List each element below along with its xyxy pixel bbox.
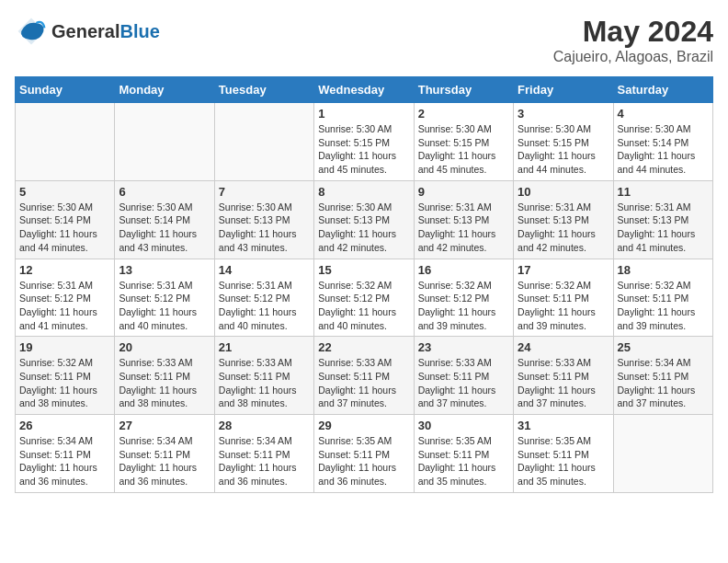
day-number: 30 bbox=[418, 419, 509, 432]
day-info: Sunrise: 5:30 AMSunset: 5:14 PMDaylight:… bbox=[19, 201, 110, 255]
day-number: 29 bbox=[318, 419, 409, 432]
day-info: Sunrise: 5:31 AMSunset: 5:13 PMDaylight:… bbox=[418, 201, 509, 255]
calendar-cell: 26Sunrise: 5:34 AMSunset: 5:11 PMDayligh… bbox=[16, 415, 115, 493]
calendar-cell bbox=[16, 103, 115, 181]
day-info: Sunrise: 5:33 AMSunset: 5:11 PMDaylight:… bbox=[418, 356, 509, 410]
day-info: Sunrise: 5:34 AMSunset: 5:11 PMDaylight:… bbox=[19, 434, 110, 488]
calendar-body: 1Sunrise: 5:30 AMSunset: 5:15 PMDaylight… bbox=[16, 103, 713, 493]
day-of-week-header: Saturday bbox=[613, 77, 712, 103]
day-number: 23 bbox=[418, 340, 509, 354]
calendar-cell: 12Sunrise: 5:31 AMSunset: 5:12 PMDayligh… bbox=[16, 259, 115, 337]
logo-icon bbox=[15, 15, 48, 48]
day-info: Sunrise: 5:34 AMSunset: 5:11 PMDaylight:… bbox=[618, 356, 709, 410]
calendar-cell: 22Sunrise: 5:33 AMSunset: 5:11 PMDayligh… bbox=[314, 337, 414, 415]
day-number: 27 bbox=[119, 419, 210, 432]
day-number: 25 bbox=[618, 340, 709, 354]
day-of-week-header: Tuesday bbox=[214, 77, 313, 103]
calendar-cell: 7Sunrise: 5:30 AMSunset: 5:13 PMDaylight… bbox=[214, 180, 313, 259]
day-number: 8 bbox=[318, 185, 409, 199]
calendar-week-row: 26Sunrise: 5:34 AMSunset: 5:11 PMDayligh… bbox=[16, 415, 713, 493]
logo: GeneralBlue bbox=[15, 15, 160, 48]
day-number: 17 bbox=[518, 263, 609, 277]
location: Cajueiro, Alagoas, Brazil bbox=[553, 49, 713, 65]
day-info: Sunrise: 5:31 AMSunset: 5:12 PMDaylight:… bbox=[219, 279, 310, 333]
calendar-cell: 28Sunrise: 5:34 AMSunset: 5:11 PMDayligh… bbox=[214, 415, 313, 493]
day-info: Sunrise: 5:31 AMSunset: 5:13 PMDaylight:… bbox=[518, 201, 609, 255]
calendar-cell: 30Sunrise: 5:35 AMSunset: 5:11 PMDayligh… bbox=[414, 415, 513, 493]
calendar-cell: 1Sunrise: 5:30 AMSunset: 5:15 PMDaylight… bbox=[314, 103, 414, 181]
day-number: 12 bbox=[19, 263, 110, 277]
calendar-cell: 19Sunrise: 5:32 AMSunset: 5:11 PMDayligh… bbox=[16, 337, 115, 415]
logo-general-text: General bbox=[51, 21, 119, 41]
day-number: 3 bbox=[518, 107, 609, 121]
day-info: Sunrise: 5:30 AMSunset: 5:14 PMDaylight:… bbox=[618, 122, 709, 177]
calendar-cell: 24Sunrise: 5:33 AMSunset: 5:11 PMDayligh… bbox=[514, 337, 613, 415]
day-info: Sunrise: 5:35 AMSunset: 5:11 PMDaylight:… bbox=[518, 434, 609, 488]
day-number: 7 bbox=[219, 185, 310, 199]
day-number: 16 bbox=[418, 263, 509, 277]
day-info: Sunrise: 5:32 AMSunset: 5:11 PMDaylight:… bbox=[618, 279, 709, 333]
day-info: Sunrise: 5:32 AMSunset: 5:12 PMDaylight:… bbox=[418, 279, 509, 333]
day-of-week-header: Monday bbox=[115, 77, 214, 103]
calendar-cell: 16Sunrise: 5:32 AMSunset: 5:12 PMDayligh… bbox=[414, 259, 513, 337]
day-number: 2 bbox=[418, 107, 509, 121]
calendar-cell: 13Sunrise: 5:31 AMSunset: 5:12 PMDayligh… bbox=[115, 259, 214, 337]
calendar-cell: 3Sunrise: 5:30 AMSunset: 5:15 PMDaylight… bbox=[514, 103, 613, 181]
day-info: Sunrise: 5:30 AMSunset: 5:14 PMDaylight:… bbox=[119, 201, 210, 255]
day-number: 15 bbox=[318, 263, 409, 277]
day-number: 26 bbox=[19, 419, 110, 432]
calendar-cell: 2Sunrise: 5:30 AMSunset: 5:15 PMDaylight… bbox=[414, 103, 513, 181]
day-info: Sunrise: 5:30 AMSunset: 5:15 PMDaylight:… bbox=[518, 122, 609, 177]
calendar-cell: 21Sunrise: 5:33 AMSunset: 5:11 PMDayligh… bbox=[214, 337, 313, 415]
page-header: GeneralBlue May 2024 Cajueiro, Alagoas, … bbox=[15, 15, 713, 65]
day-info: Sunrise: 5:33 AMSunset: 5:11 PMDaylight:… bbox=[518, 356, 609, 410]
day-info: Sunrise: 5:34 AMSunset: 5:11 PMDaylight:… bbox=[219, 434, 310, 488]
day-info: Sunrise: 5:33 AMSunset: 5:11 PMDaylight:… bbox=[119, 356, 210, 410]
day-number: 5 bbox=[19, 185, 110, 199]
day-number: 22 bbox=[318, 340, 409, 354]
day-number: 9 bbox=[418, 185, 509, 199]
day-info: Sunrise: 5:31 AMSunset: 5:12 PMDaylight:… bbox=[119, 279, 210, 333]
day-info: Sunrise: 5:33 AMSunset: 5:11 PMDaylight:… bbox=[318, 356, 409, 410]
calendar-week-row: 1Sunrise: 5:30 AMSunset: 5:15 PMDaylight… bbox=[16, 103, 713, 181]
logo-text: GeneralBlue bbox=[51, 21, 160, 42]
calendar-cell bbox=[115, 103, 214, 181]
calendar-cell: 20Sunrise: 5:33 AMSunset: 5:11 PMDayligh… bbox=[115, 337, 214, 415]
calendar-cell: 15Sunrise: 5:32 AMSunset: 5:12 PMDayligh… bbox=[314, 259, 414, 337]
day-info: Sunrise: 5:30 AMSunset: 5:13 PMDaylight:… bbox=[219, 201, 310, 255]
day-info: Sunrise: 5:34 AMSunset: 5:11 PMDaylight:… bbox=[119, 434, 210, 488]
day-number: 10 bbox=[518, 185, 609, 199]
calendar-cell: 4Sunrise: 5:30 AMSunset: 5:14 PMDaylight… bbox=[613, 103, 712, 181]
calendar-table: SundayMondayTuesdayWednesdayThursdayFrid… bbox=[15, 76, 713, 493]
calendar-header-row: SundayMondayTuesdayWednesdayThursdayFrid… bbox=[16, 77, 713, 103]
day-info: Sunrise: 5:35 AMSunset: 5:11 PMDaylight:… bbox=[318, 434, 409, 488]
day-number: 24 bbox=[518, 340, 609, 354]
day-info: Sunrise: 5:32 AMSunset: 5:11 PMDaylight:… bbox=[518, 279, 609, 333]
calendar-cell: 14Sunrise: 5:31 AMSunset: 5:12 PMDayligh… bbox=[214, 259, 313, 337]
calendar-cell: 6Sunrise: 5:30 AMSunset: 5:14 PMDaylight… bbox=[115, 180, 214, 259]
calendar-week-row: 12Sunrise: 5:31 AMSunset: 5:12 PMDayligh… bbox=[16, 259, 713, 337]
day-info: Sunrise: 5:33 AMSunset: 5:11 PMDaylight:… bbox=[219, 356, 310, 410]
calendar-cell: 5Sunrise: 5:30 AMSunset: 5:14 PMDaylight… bbox=[16, 180, 115, 259]
day-info: Sunrise: 5:30 AMSunset: 5:13 PMDaylight:… bbox=[318, 201, 409, 255]
calendar-cell: 17Sunrise: 5:32 AMSunset: 5:11 PMDayligh… bbox=[514, 259, 613, 337]
day-number: 13 bbox=[119, 263, 210, 277]
day-info: Sunrise: 5:30 AMSunset: 5:15 PMDaylight:… bbox=[318, 122, 409, 177]
day-number: 18 bbox=[618, 263, 709, 277]
calendar-cell: 11Sunrise: 5:31 AMSunset: 5:13 PMDayligh… bbox=[613, 180, 712, 259]
day-number: 28 bbox=[219, 419, 310, 432]
day-number: 4 bbox=[618, 107, 709, 121]
calendar-cell bbox=[613, 415, 712, 493]
logo-blue-text: Blue bbox=[119, 21, 159, 41]
day-info: Sunrise: 5:31 AMSunset: 5:12 PMDaylight:… bbox=[19, 279, 110, 333]
calendar-cell: 27Sunrise: 5:34 AMSunset: 5:11 PMDayligh… bbox=[115, 415, 214, 493]
day-number: 20 bbox=[119, 340, 210, 354]
day-number: 1 bbox=[318, 107, 409, 121]
calendar-week-row: 19Sunrise: 5:32 AMSunset: 5:11 PMDayligh… bbox=[16, 337, 713, 415]
calendar-cell: 9Sunrise: 5:31 AMSunset: 5:13 PMDaylight… bbox=[414, 180, 513, 259]
day-number: 31 bbox=[518, 419, 609, 432]
calendar-cell: 10Sunrise: 5:31 AMSunset: 5:13 PMDayligh… bbox=[514, 180, 613, 259]
day-number: 6 bbox=[119, 185, 210, 199]
calendar-cell: 23Sunrise: 5:33 AMSunset: 5:11 PMDayligh… bbox=[414, 337, 513, 415]
day-of-week-header: Sunday bbox=[16, 77, 115, 103]
